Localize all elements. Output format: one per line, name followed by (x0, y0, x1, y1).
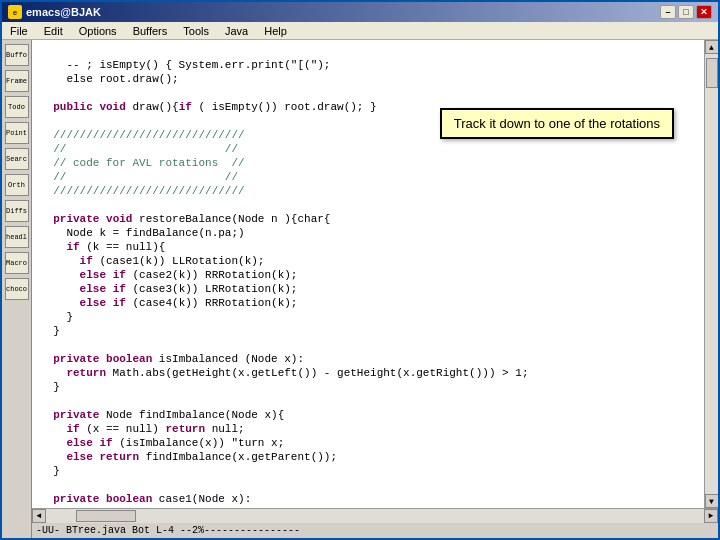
title-bar-left: e emacs@BJAK (8, 5, 101, 19)
app-icon: e (8, 5, 22, 19)
sidebar-btn-headl[interactable]: headl (5, 226, 29, 248)
sidebar-btn-todo[interactable]: Todo (5, 96, 29, 118)
menu-tools[interactable]: Tools (179, 24, 213, 38)
menu-options[interactable]: Options (75, 24, 121, 38)
code-area[interactable]: Track it down to one of the rotations --… (32, 40, 704, 508)
tooltip-box: Track it down to one of the rotations (440, 108, 674, 139)
sidebar-btn-choco[interactable]: choco (5, 278, 29, 300)
minimize-button[interactable]: – (660, 5, 676, 19)
sidebar-btn-buffo[interactable]: Buffo (5, 44, 29, 66)
scroll-left-arrow[interactable]: ◄ (32, 509, 46, 523)
editor-body: Track it down to one of the rotations --… (32, 40, 718, 508)
window-title: emacs@BJAK (26, 6, 101, 18)
scroll-thumb-horizontal[interactable] (76, 510, 136, 522)
sidebar-btn-frames[interactable]: Frame (5, 70, 29, 92)
scrollbar-horizontal[interactable]: ◄ ► (32, 508, 718, 522)
status-text: -UU- BTree.java Bot L-4 --2%------------… (36, 525, 300, 536)
sidebar-btn-diffs[interactable]: Diffs (5, 200, 29, 222)
menu-help[interactable]: Help (260, 24, 291, 38)
scroll-up-arrow[interactable]: ▲ (705, 40, 719, 54)
menu-bar: File Edit Options Buffers Tools Java Hel… (2, 22, 718, 40)
status-bar: -UU- BTree.java Bot L-4 --2%------------… (32, 522, 718, 538)
main-layout: Buffo Frame Todo Point Searc Orth Diffs … (2, 40, 718, 538)
sidebar-btn-macro[interactable]: Macro (5, 252, 29, 274)
title-bar: e emacs@BJAK – □ ✕ (2, 2, 718, 22)
window-controls: – □ ✕ (660, 5, 712, 19)
scroll-down-arrow[interactable]: ▼ (705, 494, 719, 508)
tooltip-text: Track it down to one of the rotations (454, 116, 660, 131)
close-button[interactable]: ✕ (696, 5, 712, 19)
sidebar-btn-orth[interactable]: Orth (5, 174, 29, 196)
scrollbar-vertical[interactable]: ▲ ▼ (704, 40, 718, 508)
menu-java[interactable]: Java (221, 24, 252, 38)
sidebar-btn-point[interactable]: Point (5, 122, 29, 144)
scroll-thumb-vertical[interactable] (706, 58, 718, 88)
scroll-track-horizontal[interactable] (46, 509, 704, 523)
scroll-right-arrow[interactable]: ► (704, 509, 718, 523)
scroll-track-vertical[interactable] (705, 54, 719, 494)
sidebar-btn-searc[interactable]: Searc (5, 148, 29, 170)
editor-container: Track it down to one of the rotations --… (32, 40, 718, 538)
menu-buffers[interactable]: Buffers (129, 24, 172, 38)
maximize-button[interactable]: □ (678, 5, 694, 19)
menu-edit[interactable]: Edit (40, 24, 67, 38)
menu-file[interactable]: File (6, 24, 32, 38)
main-window: e emacs@BJAK – □ ✕ File Edit Options Buf… (0, 0, 720, 540)
sidebar: Buffo Frame Todo Point Searc Orth Diffs … (2, 40, 32, 538)
